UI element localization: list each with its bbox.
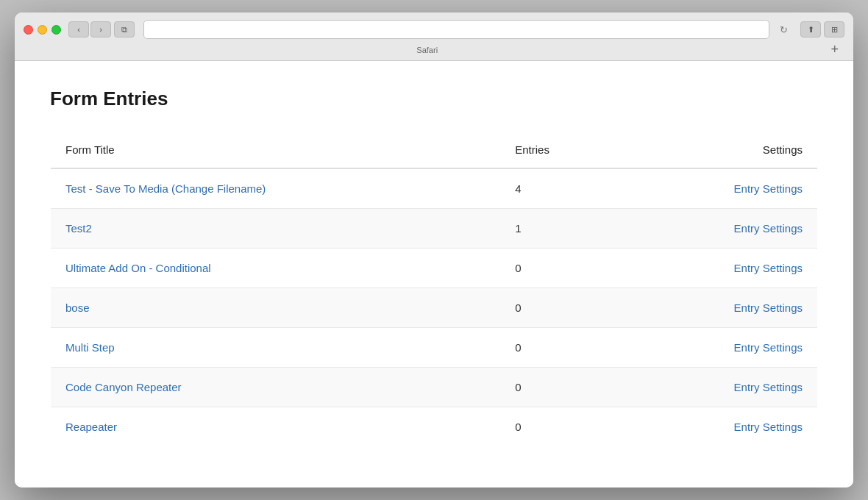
form-title-link[interactable]: Test2 (65, 222, 92, 235)
browser-window: ‹ › ⧉ ↻ ⬆ ⊞ (15, 12, 853, 488)
back-icon: ‹ (77, 25, 80, 34)
table-header: Form Title Entries Settings (51, 132, 818, 169)
form-title-link[interactable]: Code Canyon Repeater (65, 381, 182, 393)
table-cell-form-title: Multi Step (51, 328, 501, 368)
form-title-link[interactable]: bose (65, 301, 90, 314)
close-button[interactable] (24, 25, 33, 35)
entries-table: Form Title Entries Settings Test - Save … (50, 131, 818, 447)
browser-tab-bar: Safari + (24, 39, 844, 60)
table-cell-settings: Entry Settings (625, 168, 818, 209)
table-cell-entries: 0 (500, 249, 625, 288)
tab-overview-icon: ⧉ (121, 25, 127, 35)
traffic-lights (24, 25, 61, 35)
address-bar[interactable] (143, 20, 769, 39)
tab-overview-button[interactable]: ⧉ (114, 21, 135, 38)
entry-settings-link[interactable]: Entry Settings (734, 182, 803, 195)
table-row: Code Canyon Repeater0Entry Settings (51, 368, 818, 407)
nav-buttons: ‹ › (68, 21, 111, 38)
minimize-button[interactable] (38, 25, 47, 35)
col-header-settings: Settings (625, 132, 818, 169)
table-cell-form-title: Test - Save To Media (Change Filename) (51, 168, 501, 209)
table-row: Test21Entry Settings (51, 209, 818, 249)
table-cell-entries: 0 (500, 288, 625, 328)
col-header-form-title: Form Title (51, 132, 501, 169)
share-icon: ⬆ (808, 25, 814, 35)
form-title-link[interactable]: Multi Step (65, 341, 115, 354)
table-row: Multi Step0Entry Settings (51, 328, 818, 368)
table-body: Test - Save To Media (Change Filename)4E… (51, 168, 818, 447)
form-title-link[interactable]: Ultimate Add On - Conditional (65, 262, 211, 274)
safari-label: Safari (24, 46, 830, 57)
table-cell-entries: 0 (500, 368, 625, 407)
table-cell-form-title: Ultimate Add On - Conditional (51, 249, 501, 288)
table-cell-form-title: bose (51, 288, 501, 328)
table-cell-settings: Entry Settings (625, 249, 818, 288)
table-cell-entries: 0 (500, 407, 625, 447)
new-tab-tile-button[interactable]: ⊞ (824, 21, 844, 38)
address-bar-container: ↻ (143, 20, 791, 39)
page-title: Form Entries (50, 88, 818, 110)
table-cell-settings: Entry Settings (625, 328, 818, 368)
table-cell-entries: 0 (500, 328, 625, 368)
entry-settings-link[interactable]: Entry Settings (734, 262, 803, 274)
reload-button[interactable]: ↻ (775, 21, 791, 38)
new-tab-button[interactable]: + (830, 42, 844, 60)
table-cell-settings: Entry Settings (625, 209, 818, 249)
forward-button[interactable]: › (90, 21, 111, 38)
forward-icon: › (99, 25, 102, 34)
reload-icon: ↻ (780, 24, 788, 35)
maximize-button[interactable] (51, 25, 61, 35)
table-cell-entries: 1 (500, 209, 625, 249)
table-cell-settings: Entry Settings (625, 407, 818, 447)
back-button[interactable]: ‹ (68, 21, 89, 38)
table-cell-settings: Entry Settings (625, 368, 818, 407)
form-title-link[interactable]: Reapeater (65, 421, 117, 433)
table-cell-form-title: Test2 (51, 209, 501, 249)
entry-settings-link[interactable]: Entry Settings (734, 301, 803, 314)
titlebar-row: ‹ › ⧉ ↻ ⬆ ⊞ (24, 20, 844, 39)
browser-chrome: ‹ › ⧉ ↻ ⬆ ⊞ (15, 12, 853, 61)
form-title-link[interactable]: Test - Save To Media (Change Filename) (65, 182, 266, 195)
table-cell-form-title: Code Canyon Repeater (51, 368, 501, 407)
table-row: Reapeater0Entry Settings (51, 407, 818, 447)
entry-settings-link[interactable]: Entry Settings (734, 421, 803, 433)
table-row: bose0Entry Settings (51, 288, 818, 328)
table-cell-entries: 4 (500, 168, 625, 209)
browser-toolbar-right: ⬆ ⊞ (800, 21, 844, 38)
table-header-row: Form Title Entries Settings (51, 132, 818, 169)
browser-content: Form Entries Form Title Entries Settings… (15, 61, 853, 488)
table-row: Ultimate Add On - Conditional0Entry Sett… (51, 249, 818, 288)
tile-icon: ⊞ (831, 25, 838, 35)
table-cell-form-title: Reapeater (51, 407, 501, 447)
entry-settings-link[interactable]: Entry Settings (734, 222, 803, 235)
entry-settings-link[interactable]: Entry Settings (734, 381, 803, 393)
table-cell-settings: Entry Settings (625, 288, 818, 328)
table-row: Test - Save To Media (Change Filename)4E… (51, 168, 818, 209)
col-header-entries: Entries (500, 132, 625, 169)
share-button[interactable]: ⬆ (800, 21, 821, 38)
entry-settings-link[interactable]: Entry Settings (734, 341, 803, 354)
